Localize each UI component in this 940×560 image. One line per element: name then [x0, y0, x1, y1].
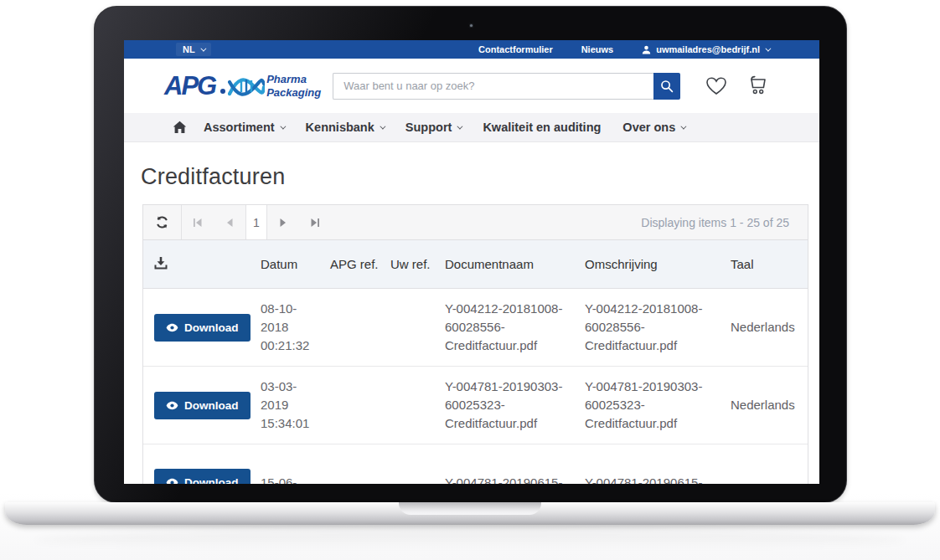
cart-icon[interactable] — [747, 75, 769, 97]
nav-item-kennisbank[interactable]: Kennisbank — [306, 121, 384, 134]
download-button-label: Download — [184, 399, 239, 412]
nav-item-support[interactable]: Support — [405, 121, 462, 134]
grid-header-row: Datum APG ref. Uw ref. Documentnaam Omsc… — [143, 240, 808, 289]
nav-item-over-ons[interactable]: Over ons — [622, 121, 684, 134]
column-header-download[interactable] — [143, 256, 250, 272]
cell-omschrijving: Y-004212-20181008-60028556-Creditfactuur… — [574, 289, 720, 366]
dna-helix-icon — [228, 72, 265, 100]
account-email: uwmailadres@bedrijf.nl — [656, 44, 760, 54]
cell-omschrijving: Y-004781-20190615- — [574, 463, 720, 485]
chevron-down-icon — [765, 45, 771, 51]
chevron-down-icon — [280, 123, 286, 129]
cell-taal: Nederlands — [720, 385, 809, 425]
download-button[interactable]: Download — [154, 469, 250, 484]
search-button[interactable] — [653, 73, 680, 100]
column-header-uw-ref[interactable]: Uw ref. — [380, 257, 434, 271]
eye-icon — [166, 323, 178, 332]
cell-taal: Nederlands — [720, 307, 809, 347]
last-page-icon — [310, 218, 320, 228]
download-button[interactable]: Download — [154, 392, 250, 419]
cell-datum: 15-06- — [250, 463, 319, 485]
invoices-grid: 1 Displaying — [142, 204, 808, 484]
cell-datum: 08-10-2018 00:21:32 — [250, 289, 319, 366]
laptop-base — [5, 502, 935, 525]
person-icon — [642, 45, 651, 54]
column-header-datum[interactable]: Datum — [250, 257, 319, 271]
download-button-label: Download — [184, 476, 239, 484]
laptop-bezel: NL Contactformulier Nieuws uwmailadres@b… — [95, 7, 846, 502]
nav-item-label: Kwaliteit en auditing — [483, 121, 601, 134]
download-button-label: Download — [184, 321, 239, 334]
search-icon — [660, 80, 674, 93]
cell-uw-ref — [380, 394, 434, 416]
logo-subtitle-line1: Pharma — [266, 73, 307, 85]
column-header-omschrijving[interactable]: Omschrijving — [574, 257, 720, 271]
cell-documentnaam: Y-004781-20190615- — [434, 463, 574, 485]
chevron-down-icon — [681, 123, 687, 129]
news-link[interactable]: Nieuws — [581, 44, 614, 54]
column-header-documentnaam[interactable]: Documentnaam — [434, 257, 574, 271]
chevron-down-icon — [457, 123, 463, 129]
page-number-box[interactable]: 1 — [245, 205, 267, 239]
laptop-base-notch — [399, 502, 541, 515]
logo-subtitle-line2: Packaging — [266, 86, 321, 99]
company-logo[interactable]: APG Pharma Packaging — [164, 72, 321, 100]
nav-item-label: Assortiment — [204, 121, 275, 134]
account-menu[interactable]: uwmailadres@bedrijf.nl — [642, 44, 769, 54]
cell-apg-ref — [319, 316, 380, 338]
chevron-down-icon — [380, 123, 385, 129]
download-button[interactable]: Download — [154, 314, 250, 342]
logo-subtitle: Pharma Packaging — [266, 73, 321, 99]
cell-uw-ref — [380, 472, 434, 485]
cell-apg-ref — [319, 394, 380, 416]
cell-taal — [720, 472, 809, 485]
column-header-apg-ref[interactable]: APG ref. — [319, 257, 380, 271]
next-page-icon — [279, 218, 287, 228]
browser-viewport: NL Contactformulier Nieuws uwmailadres@b… — [124, 40, 819, 484]
logo-dot — [220, 89, 225, 94]
logo-wordmark: APG — [164, 73, 215, 99]
cell-datum: 03-03-2019 15:34:01 — [250, 367, 319, 444]
laptop-reflection — [34, 529, 906, 551]
search-input[interactable] — [333, 73, 653, 100]
top-utility-bar: NL Contactformulier Nieuws uwmailadres@b… — [124, 40, 819, 59]
cell-documentnaam: Y-004781-20190303-60025323-Creditfactuur… — [434, 367, 574, 444]
eye-icon — [166, 478, 178, 484]
header-action-icons — [705, 75, 769, 97]
cell-uw-ref — [380, 316, 434, 338]
last-page-button[interactable] — [299, 205, 331, 239]
cell-apg-ref — [319, 472, 380, 485]
nav-item-assortiment[interactable]: Assortiment — [204, 121, 284, 134]
nav-home[interactable] — [173, 121, 187, 134]
first-page-button[interactable] — [182, 205, 214, 239]
wishlist-heart-icon[interactable] — [705, 76, 727, 96]
chevron-down-icon — [200, 45, 206, 51]
nav-item-label: Over ons — [622, 121, 675, 134]
refresh-icon — [155, 215, 169, 229]
site-header: APG Pharma Packaging — [124, 59, 819, 113]
prev-page-button[interactable] — [214, 205, 245, 239]
refresh-button[interactable] — [143, 205, 182, 239]
laptop-mockup: NL Contactformulier Nieuws uwmailadres@b… — [0, 0, 940, 560]
nav-item-label: Kennisbank — [306, 121, 374, 134]
search-bar — [333, 73, 680, 100]
next-page-button[interactable] — [267, 205, 299, 239]
cell-documentnaam: Y-004212-20181008-60028556-Creditfactuur… — [434, 289, 574, 366]
language-selector[interactable]: NL — [176, 43, 211, 56]
nav-item-label: Support — [405, 121, 452, 134]
main-nav: Assortiment Kennisbank Support Kwaliteit… — [124, 113, 819, 142]
page-content: Creditfacturen — [124, 142, 819, 484]
first-page-icon — [193, 218, 203, 228]
home-icon — [173, 121, 187, 134]
download-tray-icon — [154, 256, 168, 270]
table-row: Download 08-10-2018 00:21:32 Y-004212-20… — [143, 289, 808, 367]
language-label: NL — [183, 44, 195, 54]
grid-status-text: Displaying items 1 - 25 of 25 — [641, 205, 808, 239]
page-title: Creditfacturen — [141, 164, 808, 190]
column-header-taal[interactable]: Taal — [720, 257, 809, 271]
page-number: 1 — [253, 216, 260, 229]
contact-link[interactable]: Contactformulier — [478, 44, 553, 54]
nav-item-kwaliteit-en-auditing[interactable]: Kwaliteit en auditing — [483, 121, 601, 134]
table-row: Download 15-06- Y-004781-20190615- Y-004… — [143, 444, 808, 484]
grid-toolbar: 1 Displaying — [143, 205, 808, 240]
